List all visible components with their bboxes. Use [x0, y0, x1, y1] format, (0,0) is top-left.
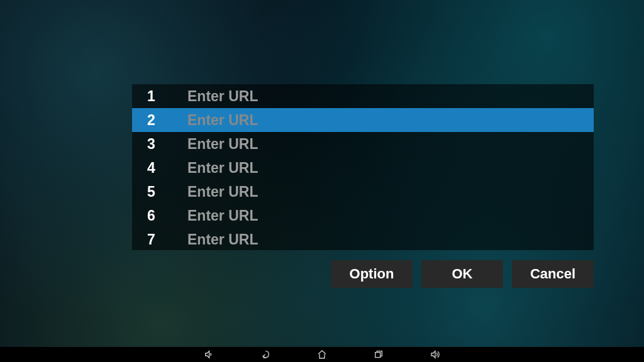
url-row-placeholder: Enter URL: [187, 112, 258, 129]
android-navigation-bar: [0, 347, 644, 362]
back-icon[interactable]: [260, 349, 271, 360]
recent-apps-icon[interactable]: [373, 349, 384, 360]
option-button[interactable]: Option: [331, 260, 413, 288]
home-icon[interactable]: [316, 349, 328, 360]
svg-rect-1: [375, 353, 380, 358]
url-row-placeholder: Enter URL: [187, 231, 258, 248]
url-row-index: 2: [147, 112, 187, 129]
url-row-placeholder: Enter URL: [187, 88, 258, 105]
url-row-6[interactable]: 6 Enter URL: [132, 204, 594, 228]
url-row-2[interactable]: 2 Enter URL: [132, 108, 594, 132]
url-row-index: 4: [147, 160, 187, 177]
svg-marker-0: [206, 351, 209, 358]
url-row-7[interactable]: 7 Enter URL: [132, 228, 594, 250]
ok-button[interactable]: OK: [421, 260, 503, 288]
url-list: 1 Enter URL 2 Enter URL 3 Enter URL 4 En…: [132, 84, 594, 250]
volume-down-icon[interactable]: [203, 349, 214, 360]
url-row-placeholder: Enter URL: [187, 184, 258, 200]
url-row-index: 6: [147, 207, 187, 224]
url-row-placeholder: Enter URL: [187, 136, 258, 153]
url-row-4[interactable]: 4 Enter URL: [132, 156, 594, 180]
url-row-1[interactable]: 1 Enter URL: [132, 84, 594, 108]
url-row-3[interactable]: 3 Enter URL: [132, 132, 594, 156]
url-row-index: 7: [147, 231, 187, 248]
url-row-index: 1: [147, 88, 187, 105]
dialog-button-bar: Option OK Cancel: [132, 260, 594, 288]
url-row-index: 5: [147, 184, 187, 200]
url-row-5[interactable]: 5 Enter URL: [132, 180, 594, 204]
svg-marker-2: [431, 351, 435, 358]
url-row-placeholder: Enter URL: [187, 160, 258, 177]
url-row-index: 3: [147, 136, 187, 153]
url-entry-dialog: 1 Enter URL 2 Enter URL 3 Enter URL 4 En…: [132, 84, 594, 288]
url-row-placeholder: Enter URL: [187, 207, 258, 224]
volume-up-icon[interactable]: [430, 349, 441, 360]
cancel-button[interactable]: Cancel: [512, 260, 594, 288]
